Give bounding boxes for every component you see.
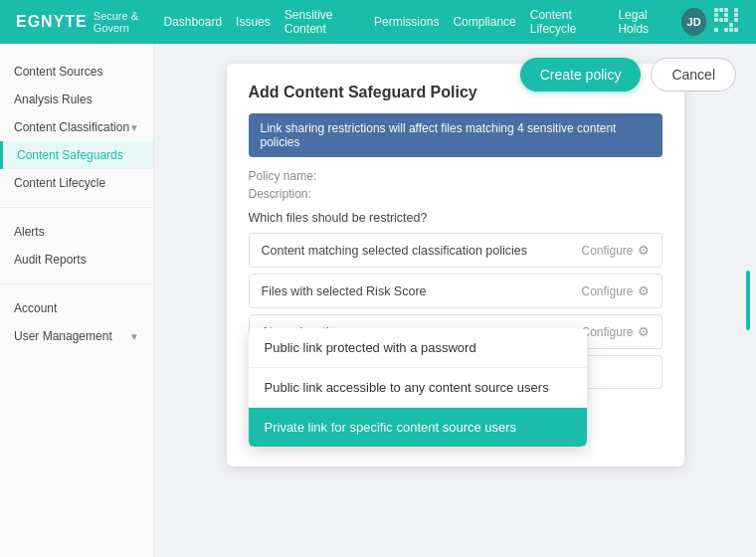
description-label: Description: <box>249 187 311 201</box>
sidebar-item-audit-reports[interactable]: Audit Reports <box>0 246 153 274</box>
policy-name-row: Policy name: <box>249 169 662 183</box>
sidebar: Content Sources Analysis Rules Content C… <box>0 44 154 557</box>
dropdown-item-any-users[interactable]: Public link accessible to any content so… <box>249 368 587 408</box>
nav-compliance[interactable]: Compliance <box>453 15 515 29</box>
gear-icon-3: ⚙ <box>638 324 650 339</box>
dropdown-item-private-link[interactable]: Private link for specific content source… <box>249 408 587 447</box>
policy-name-label: Policy name: <box>249 169 317 183</box>
sidebar-item-content-safeguards[interactable]: Content Safeguards <box>0 141 153 169</box>
chevron-icon: ▼ <box>129 122 139 133</box>
configure-link-3[interactable]: Configure ⚙ <box>581 324 649 339</box>
logo-sub: Secure & Govern <box>94 10 164 34</box>
configure-link-2[interactable]: Configure ⚙ <box>581 283 649 298</box>
dropdown-menu: Public link protected with a password Pu… <box>249 328 587 447</box>
sidebar-item-analysis-rules[interactable]: Analysis Rules <box>0 86 153 113</box>
scroll-indicator <box>746 271 750 330</box>
option-risk-score: Files with selected Risk Score Configure… <box>249 274 662 308</box>
top-nav: EGNYTE Secure & Govern Dashboard Issues … <box>0 0 756 44</box>
sidebar-divider-2 <box>0 283 153 284</box>
avatar[interactable]: JD <box>681 8 707 36</box>
qr-icon <box>714 8 740 36</box>
logo: EGNYTE Secure & Govern <box>16 10 163 34</box>
sidebar-divider-1 <box>0 207 153 208</box>
nav-issues[interactable]: Issues <box>236 15 271 29</box>
main-content: Create policy Cancel Add Content Safegua… <box>154 44 756 557</box>
sidebar-item-content-lifecycle[interactable]: Content Lifecycle <box>0 169 153 197</box>
cancel-button[interactable]: Cancel <box>651 58 736 92</box>
option-classification: Content matching selected classification… <box>249 233 662 268</box>
gear-icon-1: ⚙ <box>638 243 650 258</box>
nav-content-lifecycle[interactable]: Content Lifecycle <box>530 8 605 36</box>
create-policy-button[interactable]: Create policy <box>520 58 642 92</box>
nav-legal-holds[interactable]: Legal Holds <box>618 8 668 36</box>
nav-links: Dashboard Issues Sensitive Content Permi… <box>163 8 668 36</box>
add-policy-dialog: Add Content Safeguard Policy Link sharin… <box>227 64 684 466</box>
nav-sensitive-content[interactable]: Sensitive Content <box>284 8 360 36</box>
action-buttons: Create policy Cancel <box>520 58 736 92</box>
sidebar-item-user-management[interactable]: User Management ▼ <box>0 322 153 350</box>
nav-permissions[interactable]: Permissions <box>374 15 439 29</box>
logo-text: EGNYTE <box>16 13 88 31</box>
description-row: Description: <box>249 187 662 201</box>
sidebar-item-content-classification[interactable]: Content Classification ▼ <box>0 113 153 141</box>
configure-link-1[interactable]: Configure ⚙ <box>581 243 649 258</box>
sidebar-item-content-sources[interactable]: Content Sources <box>0 58 153 86</box>
gear-icon-2: ⚙ <box>638 283 650 298</box>
sidebar-item-account[interactable]: Account <box>0 294 153 322</box>
chevron-icon-2: ▼ <box>129 331 139 342</box>
dropdown-item-password[interactable]: Public link protected with a password <box>249 328 587 368</box>
nav-dashboard[interactable]: Dashboard <box>163 15 222 29</box>
sidebar-item-alerts[interactable]: Alerts <box>0 218 153 246</box>
info-banner: Link sharing restrictions will affect fi… <box>249 113 662 157</box>
files-question: Which files should be restricted? <box>249 211 662 225</box>
